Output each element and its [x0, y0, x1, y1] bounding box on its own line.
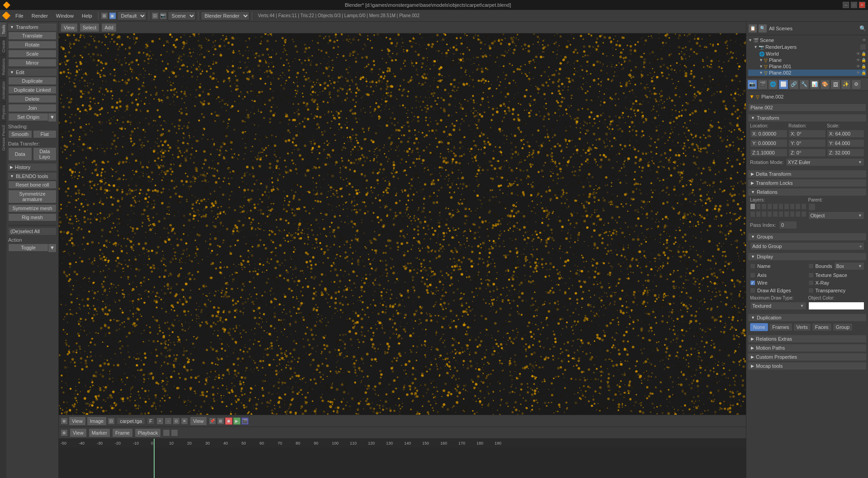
relations-extras-header[interactable]: ▶ Relations Extras — [748, 335, 866, 342]
dup-faces-btn[interactable]: Faces — [812, 323, 832, 331]
outliner-icon2[interactable]: 🔍 — [758, 24, 767, 33]
dup-group-btn[interactable]: Group — [833, 323, 853, 331]
custom-properties-header[interactable]: ▶ Custom Properties — [748, 353, 866, 361]
duplication-header[interactable]: ▼ Duplication — [748, 314, 866, 321]
layer-8[interactable] — [790, 203, 795, 210]
prop-icon-material[interactable]: 🎨 — [820, 80, 830, 89]
scene-select[interactable]: Scene — [168, 11, 196, 20]
transform-locks-header[interactable]: ▶ Transform Locks — [748, 179, 866, 187]
pass-index-field[interactable]: 0 — [779, 221, 797, 229]
timeline-frame-button[interactable]: Frame — [112, 428, 133, 437]
prop-icon-world[interactable]: 🌐 — [768, 80, 778, 89]
symmetrize-armature-button[interactable]: Symmetrize armature — [8, 190, 57, 203]
toggle-button[interactable]: Toggle — [8, 244, 48, 252]
axis-checkbox[interactable] — [750, 272, 755, 278]
prop-icon-constraints[interactable]: 🔗 — [789, 80, 799, 89]
menu-help[interactable]: Help — [78, 12, 96, 19]
tree-plane[interactable]: ▼ ▽ Plane 👁 🔒 — [748, 57, 866, 63]
tab-animation[interactable]: Animation — [0, 78, 6, 102]
transform-section-header[interactable]: ▼ Transform — [8, 23, 57, 31]
layer-5[interactable] — [773, 203, 778, 210]
footer-image-button[interactable]: Image — [87, 417, 107, 426]
groups-header[interactable]: ▼ Groups — [748, 233, 866, 240]
renderlayers-action1[interactable] — [860, 44, 866, 50]
reset-bone-roll-button[interactable]: Reset bone roll — [8, 181, 57, 189]
icon-pin[interactable]: 📌 — [209, 417, 216, 425]
footericon-1[interactable]: ⊕ — [61, 417, 68, 425]
timeline-view-button[interactable]: View — [70, 428, 87, 437]
layout-icon-1[interactable]: ⊞ — [101, 12, 108, 19]
translate-button[interactable]: Translate — [8, 32, 57, 40]
prop-icon-particles[interactable]: ✨ — [841, 80, 851, 89]
mocap-tools-header[interactable]: ▶ Mocap tools — [748, 362, 866, 370]
layer-20[interactable] — [801, 211, 807, 217]
smooth-button[interactable]: Smooth — [8, 130, 32, 138]
tab-tools[interactable]: Tools — [0, 22, 6, 37]
close-button[interactable]: ✕ — [859, 2, 865, 8]
outliner-icon[interactable]: 📋 — [748, 24, 757, 33]
layer-11[interactable] — [750, 211, 755, 217]
scale-z-field[interactable]: Z: 32.000 — [827, 149, 864, 157]
display-header[interactable]: ▼ Display — [748, 253, 866, 260]
prop-icon-object[interactable]: ⬜ — [778, 80, 788, 89]
layer-2[interactable] — [756, 203, 761, 210]
scene-action-eye[interactable]: 👁 — [862, 38, 866, 42]
footericon-5[interactable]: ⊙ — [173, 417, 180, 425]
tab-create[interactable]: Create — [0, 37, 6, 55]
maximize-button[interactable]: □ — [851, 2, 857, 8]
bounds-checkbox[interactable] — [808, 263, 814, 269]
timeline-icon[interactable]: ⊕ — [61, 429, 68, 436]
delta-transform-header[interactable]: ▶ Delta Transform — [748, 170, 866, 178]
texture-space-checkbox[interactable] — [808, 272, 814, 278]
layer-14[interactable] — [767, 211, 773, 217]
layer-9[interactable] — [795, 203, 801, 210]
toggle-arrow[interactable]: ▼ — [48, 244, 57, 253]
prop-icon-scene[interactable]: 🎬 — [758, 80, 768, 89]
vp-view-button[interactable]: View — [61, 23, 78, 32]
layout-mode-select[interactable]: Default — [117, 11, 146, 20]
rot-x-field[interactable]: X: 0° — [788, 130, 826, 138]
tree-plane002[interactable]: ▼ ▽ Plane.002 👁 🔒 — [748, 70, 866, 76]
menu-render[interactable]: Render — [28, 12, 52, 19]
add-to-group-button[interactable]: Add to Group + — [750, 242, 864, 250]
obj-name-field[interactable]: Plane.002 — [748, 103, 866, 112]
layer-4[interactable] — [767, 203, 773, 210]
layer-13[interactable] — [761, 211, 767, 217]
prop-icon-render[interactable]: 📷 — [747, 80, 757, 89]
icon-anim[interactable]: 🎬 — [241, 417, 249, 425]
plane002-lock[interactable]: 🔒 — [861, 70, 866, 75]
tree-plane001[interactable]: ▼ ▽ Plane.001 👁 🔒 — [748, 63, 866, 70]
loc-y-field[interactable]: Y: 0.00000 — [750, 139, 788, 147]
name-checkbox[interactable] — [750, 263, 755, 269]
set-origin-button[interactable]: Set Origin — [8, 113, 48, 121]
motion-paths-header[interactable]: ▶ Motion Paths — [748, 344, 866, 351]
plane-arrow[interactable]: ▼ — [759, 58, 763, 62]
minimize-button[interactable]: ─ — [843, 2, 849, 8]
tree-renderlayers[interactable]: ▼ 📷 RenderLayers — [748, 43, 866, 51]
timeline-marker-button[interactable]: Marker — [89, 428, 110, 437]
timeline-icon-rec[interactable] — [171, 429, 178, 436]
delete-button[interactable]: Delete — [8, 95, 57, 103]
plane-eye[interactable]: 👁 — [856, 58, 860, 62]
layer-16[interactable] — [778, 211, 784, 217]
plane001-arrow[interactable]: ▼ — [759, 64, 763, 69]
prop-icon-texture[interactable]: 🖼 — [830, 80, 840, 89]
vp-add-button[interactable]: Add — [101, 23, 117, 32]
data-layo-button[interactable]: Data Layo — [33, 147, 57, 161]
world-eye[interactable]: 👁 — [856, 52, 860, 56]
wire-checkbox[interactable] — [750, 280, 755, 286]
viewport-canvas[interactable] — [59, 22, 746, 426]
rot-z-field[interactable]: Z: 0° — [788, 149, 826, 157]
blendo-section-header[interactable]: ▼ BLENDO tools — [8, 173, 57, 180]
layout-icon-2[interactable]: ▣ — [109, 12, 116, 19]
plane002-eye[interactable]: 👁 — [856, 70, 860, 75]
timeline-content[interactable] — [59, 448, 746, 478]
plane-lock[interactable]: 🔒 — [861, 58, 866, 62]
layer-19[interactable] — [795, 211, 801, 217]
xray-checkbox[interactable] — [808, 280, 814, 286]
bounds-type-select[interactable]: Box ▼ — [834, 262, 864, 270]
prop-icon-physics[interactable]: ⚙ — [851, 80, 861, 89]
rotate-button[interactable]: Rotate — [8, 41, 57, 49]
transparency-checkbox[interactable] — [808, 288, 814, 293]
rig-mesh-button[interactable]: Rig mesh — [8, 213, 57, 221]
